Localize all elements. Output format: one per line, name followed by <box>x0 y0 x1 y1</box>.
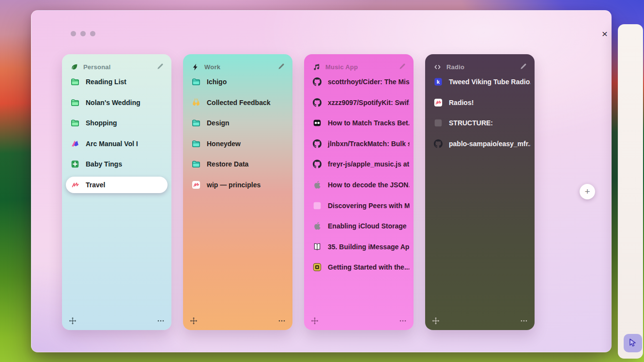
list-item[interactable]: Shopping <box>66 115 168 131</box>
list-item-label: Collected Feedback <box>207 99 271 106</box>
add-column-button[interactable]: + <box>580 184 595 199</box>
column-footer <box>432 317 528 325</box>
cursor-tool-button[interactable] <box>624 334 642 352</box>
placeholder-dark-icon <box>434 119 443 127</box>
traffic-light-minimize[interactable] <box>80 31 86 36</box>
edit-column-button[interactable] <box>277 63 285 71</box>
column-item-list: Reading ListNolan's WeddingShoppingArc M… <box>62 73 171 193</box>
apple-icon <box>313 222 322 230</box>
list-item[interactable]: How to decode the JSON... <box>308 177 410 193</box>
list-item[interactable]: STRUCTURE: <box>429 115 531 131</box>
folder-teal-icon <box>192 77 200 86</box>
column-item-list: scottrhoyt/Cider: The Mis...xzzz9097/Spo… <box>304 73 414 275</box>
list-item[interactable]: Travel <box>66 177 168 193</box>
column-header: Work <box>183 54 292 73</box>
yellow-app-icon <box>313 263 322 272</box>
list-item-label: Nolan's Wedding <box>86 99 140 106</box>
list-item-label: How to decode the JSON... <box>328 181 410 189</box>
lightning-icon <box>192 63 199 71</box>
apple-icon <box>313 181 322 189</box>
move-column-button[interactable] <box>190 317 198 325</box>
move-column-button[interactable] <box>311 317 319 325</box>
move-icon <box>69 317 77 325</box>
github-icon <box>313 77 322 86</box>
github-icon <box>313 160 322 168</box>
list-item[interactable]: freyr-js/apple_music.js at... <box>308 156 410 172</box>
list-item-label: scottrhoyt/Cider: The Mis... <box>328 78 410 86</box>
folder-teal-icon <box>192 160 200 168</box>
window-controls <box>71 31 95 36</box>
health-plus-icon <box>71 160 79 168</box>
svg-text:k: k <box>437 79 440 85</box>
list-item-label: Discovering Peers with M... <box>328 202 410 210</box>
pencil-icon <box>520 63 527 70</box>
list-item[interactable]: Radios! <box>429 94 531 111</box>
more-options-button[interactable] <box>157 317 165 325</box>
column-header: Radio <box>425 54 535 73</box>
list-item-label: Arc Manual Vol I <box>86 140 138 148</box>
move-icon <box>190 317 198 325</box>
folder-teal-icon <box>192 139 200 148</box>
move-column-button[interactable] <box>432 317 440 325</box>
list-item[interactable]: Discovering Peers with M... <box>308 197 410 214</box>
list-item[interactable]: Reading List <box>66 74 168 90</box>
close-button[interactable]: × <box>598 27 612 41</box>
book-icon <box>313 242 322 251</box>
list-item[interactable]: Design <box>187 115 289 131</box>
more-options-button[interactable] <box>399 317 407 325</box>
cursor-icon <box>627 337 639 349</box>
list-item[interactable]: Restore Data <box>187 156 289 172</box>
move-column-button[interactable] <box>69 317 77 325</box>
list-item[interactable]: pablo-sampaio/easy_mfr... <box>429 136 531 152</box>
github-on-dark-icon <box>434 139 443 148</box>
folder-green-icon <box>71 98 79 107</box>
list-item-label: Enabling iCloud Storage <box>328 222 407 230</box>
list-item[interactable]: Honeydew <box>187 136 289 152</box>
list-item[interactable]: kTweed Viking Tube Radio... <box>429 74 531 90</box>
column-work: WorkIchigoCollected FeedbackDesignHoneyd… <box>183 54 292 330</box>
list-item[interactable]: jlnbxn/TrackMatch: Bulk s... <box>308 136 410 152</box>
list-item-label: STRUCTURE: <box>449 119 493 127</box>
scribble-card-icon <box>434 98 443 107</box>
more-options-button[interactable] <box>278 317 286 325</box>
list-item-label: Getting Started with the... <box>328 263 410 271</box>
ellipsis-icon <box>399 317 407 325</box>
list-item-label: wip — principles <box>207 181 261 189</box>
list-item-label: Reading List <box>86 78 126 86</box>
list-item[interactable]: Collected Feedback <box>187 94 289 111</box>
list-item-label: Shopping <box>86 119 117 127</box>
list-item[interactable]: Nolan's Wedding <box>66 94 168 111</box>
column-title: Work <box>204 63 220 71</box>
move-icon <box>311 317 319 325</box>
column-title: Radio <box>446 63 464 71</box>
list-item[interactable]: wip — principles <box>187 177 289 193</box>
column-footer <box>311 317 407 325</box>
column-footer <box>69 317 165 325</box>
list-item[interactable]: 35. Building iMessage Ap... <box>308 239 410 255</box>
screen: × PersonalReading ListNolan's WeddingSho… <box>0 0 644 362</box>
column-music-app: Music Appscottrhoyt/Cider: The Mis...xzz… <box>304 54 414 330</box>
traffic-light-close[interactable] <box>71 31 76 36</box>
github-icon <box>313 139 322 148</box>
list-item[interactable]: Baby Tings <box>66 156 168 172</box>
k-app-icon: k <box>434 77 443 86</box>
list-item[interactable]: Enabling iCloud Storage <box>308 218 410 234</box>
column-header: Music App <box>304 54 414 73</box>
list-item[interactable]: scottrhoyt/Cider: The Mis... <box>308 74 410 90</box>
hands-icon <box>192 98 200 107</box>
edit-column-button[interactable] <box>398 63 406 71</box>
edit-column-button[interactable] <box>156 63 164 71</box>
list-item-label: xzzz9097/SpotifyKit: Swif... <box>328 99 410 106</box>
ellipsis-icon <box>520 317 528 325</box>
dots-app-icon <box>313 119 322 127</box>
list-item[interactable]: How to Match Tracks Bet... <box>308 115 410 131</box>
edit-column-button[interactable] <box>519 63 527 71</box>
pencil-icon <box>399 63 406 70</box>
list-item-label: Tweed Viking Tube Radio... <box>449 78 531 86</box>
list-item[interactable]: xzzz9097/SpotifyKit: Swif... <box>308 94 410 111</box>
list-item[interactable]: Getting Started with the... <box>308 259 410 275</box>
list-item[interactable]: Ichigo <box>187 74 289 90</box>
list-item[interactable]: Arc Manual Vol I <box>66 136 168 152</box>
more-options-button[interactable] <box>520 317 528 325</box>
traffic-light-zoom[interactable] <box>90 31 95 36</box>
